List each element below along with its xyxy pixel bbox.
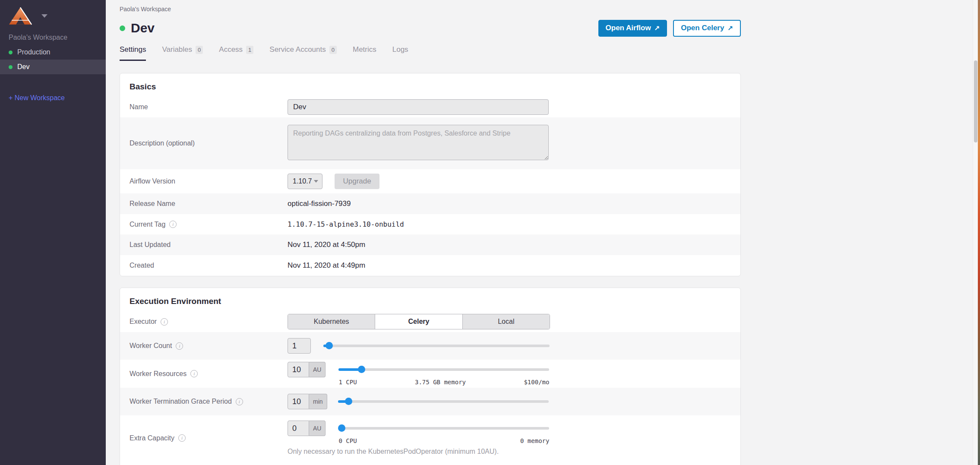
sidebar-item-dev[interactable]: Dev	[0, 60, 106, 74]
basics-card-title: Basics	[120, 73, 740, 97]
slider-track	[338, 427, 549, 430]
astronomer-logo-icon[interactable]	[9, 7, 32, 25]
page-header: Dev Open Airflow ↗ Open Celery ↗	[120, 19, 741, 37]
scrollbar[interactable]	[973, 0, 978, 465]
open-airflow-label: Open Airflow	[606, 24, 651, 32]
page-title: Dev	[131, 19, 155, 37]
airflow-version-row: Airflow Version 1.10.7 Upgrade	[120, 169, 740, 193]
created-label: Created	[130, 262, 154, 269]
worker-count-label: Worker Count	[130, 342, 172, 350]
status-dot-icon	[9, 51, 13, 54]
sidebar-logo-row	[0, 0, 106, 28]
airflow-version-select[interactable]: 1.10.7	[288, 174, 322, 189]
executor-option-celery[interactable]: Celery	[375, 314, 462, 329]
desktop-background-strip	[978, 0, 980, 465]
grace-period-row: Worker Termination Grace Period i min	[120, 388, 740, 415]
name-input[interactable]	[288, 99, 549, 115]
breadcrumb: Paola's Workspace	[120, 6, 741, 13]
tab-label: Metrics	[353, 45, 376, 54]
info-icon[interactable]: i	[190, 370, 198, 377]
tab-service-accounts[interactable]: Service Accounts 0	[269, 45, 337, 61]
tab-badge: 0	[329, 46, 337, 54]
info-icon[interactable]: i	[161, 318, 168, 326]
release-name-row: Release Name optical-fission-7939	[120, 193, 740, 214]
last-updated-value: Nov 11, 2020 at 4:50pm	[288, 240, 365, 249]
grace-period-input[interactable]	[288, 394, 309, 409]
info-icon[interactable]: i	[236, 398, 243, 405]
executor-option-kubernetes[interactable]: Kubernetes	[288, 314, 375, 329]
main-content: Paola's Workspace Dev Open Airflow ↗ Ope…	[106, 0, 973, 465]
description-textarea[interactable]	[288, 125, 549, 160]
info-icon[interactable]: i	[178, 434, 186, 442]
tab-label: Logs	[392, 45, 408, 54]
extra-capacity-scale: 0 CPU 0 memory	[338, 437, 549, 444]
chevron-down-icon[interactable]	[41, 14, 47, 18]
worker-resources-input[interactable]	[288, 362, 309, 377]
slider-track	[338, 400, 549, 403]
worker-resources-scale: 1 CPU 3.75 GB memory $100/mo	[338, 379, 549, 386]
scale-memory: 3.75 GB memory	[415, 379, 466, 386]
worker-resources-unit: AU	[309, 362, 326, 377]
sidebar-item-label: Dev	[17, 63, 29, 71]
name-label: Name	[130, 103, 148, 111]
slider-handle[interactable]	[326, 342, 333, 349]
external-link-icon: ↗	[654, 24, 660, 32]
upgrade-button[interactable]: Upgrade	[335, 174, 379, 189]
description-row: Description (optional)	[120, 117, 740, 169]
slider-handle[interactable]	[345, 398, 352, 405]
executor-option-local[interactable]: Local	[463, 314, 550, 329]
new-workspace-link[interactable]: + New Workspace	[0, 91, 106, 105]
executor-row: Executor i Kubernetes Celery Local	[120, 311, 740, 332]
slider-track	[338, 368, 549, 371]
sidebar-item-production[interactable]: Production	[0, 45, 106, 60]
worker-count-slider[interactable]	[323, 338, 550, 354]
info-icon[interactable]: i	[176, 342, 183, 350]
tab-settings[interactable]: Settings	[120, 45, 146, 61]
slider-handle[interactable]	[358, 366, 365, 373]
tab-badge: 1	[246, 46, 253, 54]
scale-price: $100/mo	[524, 379, 549, 386]
tab-label: Service Accounts	[269, 45, 326, 54]
tab-badge: 0	[196, 46, 203, 54]
current-tag-row: Current Tag i 1.10.7-15-alpine3.10-onbui…	[120, 214, 740, 234]
worker-resources-slider[interactable]	[338, 362, 549, 377]
last-updated-label: Last Updated	[130, 241, 171, 249]
tab-access[interactable]: Access 1	[219, 45, 253, 61]
open-airflow-button[interactable]: Open Airflow ↗	[598, 20, 667, 37]
scale-cpu: 0 CPU	[338, 437, 357, 444]
created-value: Nov 11, 2020 at 4:49pm	[288, 261, 365, 269]
sidebar-item-label: Production	[17, 48, 51, 56]
tab-bar: Settings Variables 0 Access 1 Service Ac…	[120, 45, 741, 61]
extra-capacity-row: Extra Capacity i AU	[120, 415, 740, 462]
slider-track	[323, 345, 550, 347]
worker-count-input[interactable]	[288, 338, 311, 354]
grace-period-unit: min	[309, 394, 327, 409]
extra-capacity-label: Extra Capacity	[130, 434, 174, 442]
release-name-label: Release Name	[130, 200, 175, 208]
tab-logs[interactable]: Logs	[392, 45, 408, 61]
execution-card-title: Execution Environment	[120, 288, 740, 311]
tab-metrics[interactable]: Metrics	[353, 45, 376, 61]
worker-resources-label: Worker Resources	[130, 370, 187, 378]
worker-count-row: Worker Count i	[120, 332, 740, 360]
open-celery-label: Open Celery	[681, 24, 724, 32]
tab-variables[interactable]: Variables 0	[162, 45, 203, 61]
extra-capacity-input[interactable]	[288, 421, 309, 436]
grace-period-slider[interactable]	[338, 394, 549, 409]
scrollbar-thumb[interactable]	[974, 60, 977, 142]
deployment-status-dot-icon	[120, 25, 125, 31]
created-row: Created Nov 11, 2020 at 4:49pm	[120, 255, 740, 276]
status-dot-icon	[9, 65, 13, 69]
slider-handle[interactable]	[338, 424, 345, 432]
workspace-section-label: Paola's Workspace	[0, 28, 106, 45]
extra-capacity-unit: AU	[309, 421, 326, 436]
tab-label: Access	[219, 45, 243, 54]
info-icon[interactable]: i	[169, 221, 177, 228]
tab-label: Variables	[162, 45, 192, 54]
worker-resources-row: Worker Resources i AU	[120, 360, 740, 388]
basics-card: Basics Name Description (optional)	[120, 73, 741, 276]
executor-segmented-control: Kubernetes Celery Local	[288, 314, 550, 329]
extra-capacity-slider[interactable]	[338, 421, 549, 436]
open-celery-button[interactable]: Open Celery ↗	[673, 20, 741, 37]
scale-cpu: 1 CPU	[338, 379, 357, 386]
